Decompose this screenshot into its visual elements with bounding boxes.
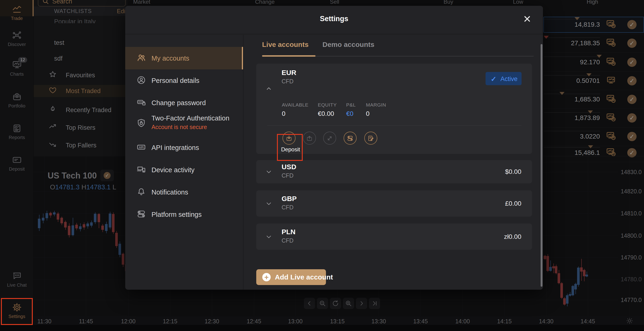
stat-value-equity: €0.00 [318, 110, 334, 117]
account-currency: EUR [282, 69, 296, 77]
stat-label-available: AVAILABLE [282, 102, 308, 108]
api-icon: API [136, 142, 146, 153]
tab-demo-accounts[interactable]: Demo accounts [322, 41, 374, 48]
chevron-down-icon[interactable] [265, 168, 272, 176]
account-type: CFD [282, 78, 294, 85]
bell-icon [136, 187, 146, 198]
settings-nav-device-activity[interactable]: Device activity [125, 159, 243, 181]
nav-item-label: Personal details [152, 77, 199, 84]
settings-nav-notifications[interactable]: Notifications [125, 181, 243, 203]
nav-item-label: Two-Factor Authentication [152, 114, 229, 122]
tray-up-icon [304, 135, 316, 142]
edit-account-button[interactable] [364, 132, 377, 145]
chevron-up-icon[interactable] [265, 85, 272, 93]
settings-nav-personal-details[interactable]: Personal details [125, 69, 243, 92]
tab-live-accounts[interactable]: Live accounts [262, 41, 308, 48]
settings-nav-platform-settings[interactable]: Platform settings [125, 203, 243, 226]
add-live-account-label: Add Live account [275, 273, 333, 281]
modal-header: Settings × [125, 6, 543, 34]
account-balance: £0.00 [505, 200, 521, 207]
card-divider [267, 125, 522, 126]
nav-item-label: Device activity [152, 166, 194, 174]
stat-value-margin: 0 [366, 110, 370, 117]
nav-item-label: Change password [152, 99, 206, 107]
devices-icon [136, 165, 146, 175]
password-icon [136, 97, 146, 108]
nav-item-warning: Account is not secure [152, 124, 207, 130]
settings-modal: Settings × My accountsPersonal detailsCh… [125, 6, 543, 290]
plus-circle-icon: + [262, 273, 271, 281]
transfer-button [323, 132, 336, 145]
settings-nav-api-integrations[interactable]: APIAPI integrations [125, 136, 243, 159]
account-currency: PLN [282, 228, 296, 236]
settings-nav-my-accounts[interactable]: My accounts [125, 47, 243, 69]
active-status-badge[interactable]: ✓ Active [486, 72, 522, 85]
account-card-pln[interactable]: PLNCFDzł0.00 [256, 224, 532, 250]
account-balance: zł0.00 [504, 233, 521, 241]
account-type: CFD [282, 237, 294, 244]
users-icon [136, 53, 146, 64]
chevron-down-icon[interactable] [265, 233, 272, 241]
stat-value-pl: €0 [346, 110, 353, 117]
stat-value-available: 0 [282, 110, 286, 117]
nav-item-label: Platform settings [152, 211, 202, 218]
toggles-icon [136, 209, 146, 220]
check-icon: ✓ [491, 75, 496, 83]
account-type: CFD [282, 172, 294, 179]
close-icon[interactable]: × [521, 13, 534, 26]
transfer-icon [324, 135, 336, 142]
trading-app: TradeDiscoverCharts12PortfolioReportsDep… [0, 0, 644, 331]
account-card-usd[interactable]: USDCFD$0.00 [256, 160, 532, 183]
modal-title: Settings [125, 15, 543, 23]
chevron-down-icon[interactable] [265, 200, 272, 208]
stat-label-margin: MARGIN [366, 102, 386, 108]
svg-text:API: API [139, 146, 144, 149]
modal-scrollbar[interactable] [540, 44, 542, 287]
account-currency: USD [282, 163, 296, 171]
account-type: CFD [282, 204, 294, 211]
settings-nav: My accountsPersonal detailsChange passwo… [125, 35, 244, 290]
deposit-action-label: Deposit [281, 146, 300, 153]
active-label: Active [500, 75, 518, 83]
deposit-button[interactable] [282, 132, 296, 145]
nav-item-label: API integrations [152, 144, 199, 152]
stat-label-pl: P&L [346, 102, 356, 108]
account-balance: $0.00 [505, 168, 521, 175]
add-live-account-button[interactable]: + Add Live account [256, 269, 326, 285]
tab-active-underline [262, 55, 316, 57]
toggles-icon [344, 135, 356, 142]
shield-lock-icon [136, 118, 146, 129]
person-icon [136, 75, 146, 86]
stat-label-equity: EQUITY [318, 102, 337, 108]
tray-down-icon [283, 135, 295, 142]
account-card-eur: EUR CFD ✓ Active AVAILABLE0EQUITY€0.00P&… [256, 64, 532, 154]
withdraw-button [303, 132, 316, 145]
nav-item-label: My accounts [152, 54, 189, 62]
account-card-gbp[interactable]: GBPCFD£0.00 [256, 190, 532, 217]
manage-accounts-button[interactable] [344, 132, 356, 145]
account-currency: GBP [282, 195, 297, 203]
edit-icon [365, 135, 377, 142]
settings-nav-two-factor-authentication[interactable]: Two-Factor AuthenticationAccount is not … [125, 110, 243, 136]
nav-item-label: Notifications [152, 188, 188, 196]
